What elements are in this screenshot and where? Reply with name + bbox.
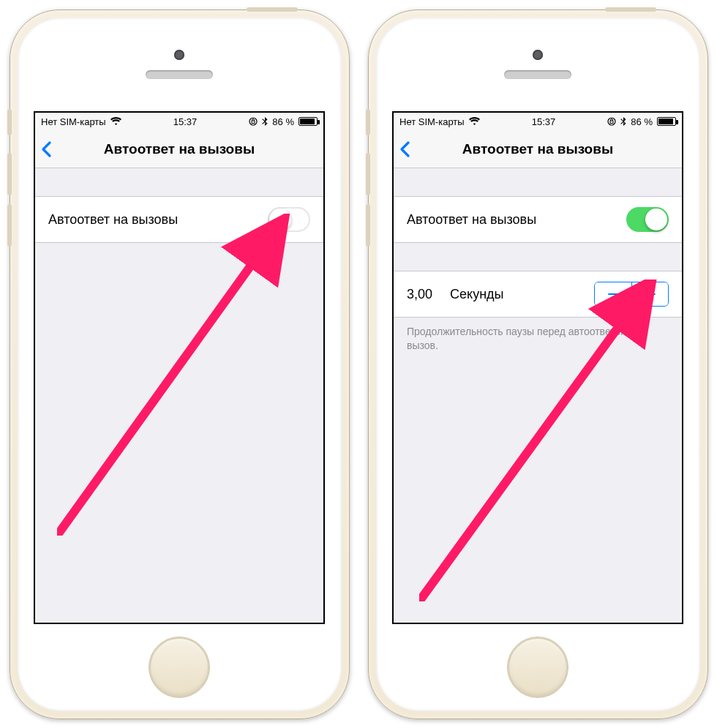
power-button — [247, 7, 298, 12]
front-camera — [174, 50, 184, 60]
mute-switch — [7, 109, 12, 135]
battery-icon — [657, 117, 676, 126]
page-title: Автоответ на вызовы — [462, 141, 613, 157]
annotation-arrow — [57, 214, 299, 536]
toggle-label: Автоответ на вызовы — [48, 212, 178, 228]
auto-answer-toggle-row[interactable]: Автоответ на вызовы — [394, 196, 682, 243]
auto-answer-toggle[interactable] — [268, 207, 310, 232]
volume-down-button — [366, 204, 370, 247]
iphone-left: Нет SIM-карты 15:37 86 % — [10, 10, 350, 719]
bluetooth-icon — [620, 117, 626, 127]
toggle-knob — [645, 209, 667, 230]
battery-percentage: 86 % — [631, 116, 653, 127]
toggle-label: Автоответ на вызовы — [407, 212, 536, 228]
status-bar: Нет SIM-карты 15:37 86 % — [394, 113, 682, 130]
page-title: Автоответ на вызовы — [104, 141, 255, 157]
screen-right: Нет SIM-карты 15:37 86 % — [392, 111, 683, 623]
battery-percentage: 86 % — [272, 116, 294, 127]
wifi-icon — [110, 117, 121, 126]
status-time: 15:37 — [532, 116, 556, 127]
orientation-lock-icon — [249, 117, 258, 126]
footer-description: Продолжительность паузы перед автоответо… — [394, 318, 682, 360]
nav-bar: Автоответ на вызовы — [394, 130, 682, 168]
battery-icon — [299, 117, 318, 126]
status-time: 15:37 — [173, 116, 198, 127]
stepper-plus-button[interactable] — [631, 282, 668, 306]
earpiece-speaker — [146, 70, 213, 79]
svg-line-1 — [57, 225, 280, 536]
seconds-unit: Секунды — [450, 287, 503, 302]
nav-bar: Автоответ на вызовы — [35, 130, 323, 168]
front-camera — [533, 50, 543, 60]
orientation-lock-icon — [607, 117, 616, 126]
home-button[interactable] — [507, 637, 568, 698]
minus-icon — [607, 288, 620, 301]
home-button[interactable] — [149, 637, 210, 698]
wifi-icon — [469, 117, 480, 126]
back-button[interactable] — [41, 130, 53, 168]
bluetooth-icon — [262, 117, 268, 127]
seconds-stepper-row: 3,00 Секунды — [394, 271, 682, 318]
volume-up-button — [366, 153, 370, 195]
carrier-label: Нет SIM-карты — [399, 116, 465, 127]
mute-switch — [366, 109, 370, 135]
seconds-stepper — [594, 282, 669, 307]
seconds-value: 3,00 — [407, 287, 432, 302]
screen-left: Нет SIM-карты 15:37 86 % — [34, 111, 325, 623]
auto-answer-toggle-row[interactable]: Автоответ на вызовы — [35, 196, 323, 243]
power-button — [605, 7, 656, 12]
volume-up-button — [7, 153, 12, 195]
stepper-minus-button[interactable] — [595, 282, 631, 306]
auto-answer-toggle[interactable] — [626, 207, 669, 232]
status-bar: Нет SIM-карты 15:37 86 % — [35, 113, 323, 130]
carrier-label: Нет SIM-карты — [41, 116, 106, 127]
plus-icon — [644, 288, 657, 301]
phone-top-bezel — [18, 18, 342, 112]
phone-top-bezel — [376, 18, 700, 112]
back-button[interactable] — [399, 130, 411, 168]
iphone-right: Нет SIM-карты 15:37 86 % — [368, 10, 708, 719]
volume-down-button — [7, 204, 12, 247]
toggle-knob — [269, 209, 291, 230]
earpiece-speaker — [504, 70, 571, 79]
